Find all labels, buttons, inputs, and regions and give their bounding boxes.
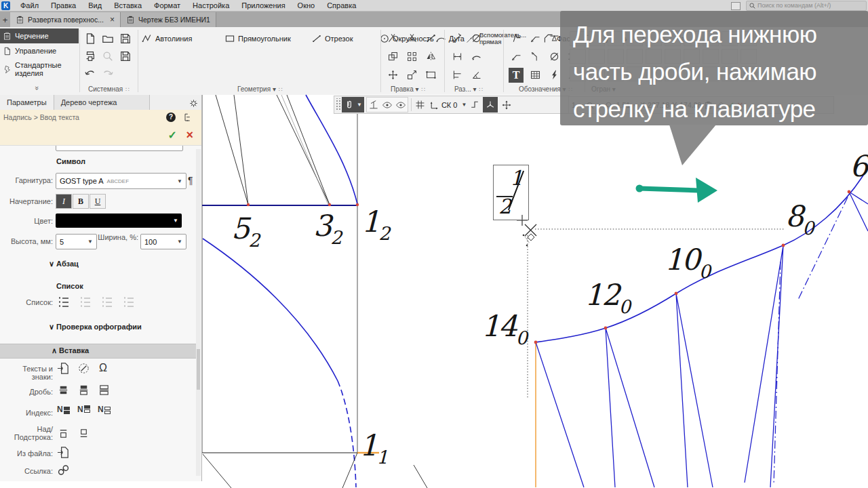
italic-button[interactable]: I (56, 194, 72, 209)
autoline-button[interactable]: Автолиния (140, 29, 223, 47)
new-doc-button[interactable] (81, 30, 99, 47)
tree-structure-icon[interactable] (183, 113, 193, 123)
extend-button[interactable] (402, 29, 421, 47)
print-button[interactable] (81, 47, 99, 65)
deform-button[interactable] (421, 66, 440, 84)
cancel-button[interactable]: × (186, 128, 193, 142)
link-button[interactable] (57, 464, 70, 476)
arc-dimension-button[interactable] (467, 47, 486, 66)
menu-item[interactable]: Справка (321, 0, 362, 11)
overline-button[interactable] (57, 427, 70, 440)
trim-button[interactable] (383, 29, 402, 47)
command-search-input[interactable]: Поиск по командам (Alt+/) (746, 1, 867, 11)
snap-settings-button[interactable]: ▼ (342, 97, 364, 113)
roughness-button[interactable] (507, 29, 526, 47)
rectangle-button[interactable]: Прямоугольник (223, 29, 310, 47)
leader-button[interactable] (526, 29, 545, 47)
color-swatch-select[interactable]: ▼ (56, 214, 182, 228)
angle-snap-button[interactable] (483, 97, 498, 113)
rounding-icon[interactable] (501, 100, 512, 110)
ortho-mode-icon[interactable] (469, 100, 480, 110)
index-sub-button[interactable]: N (57, 405, 70, 414)
list-variant-button[interactable] (100, 296, 114, 309)
new-tab-button[interactable]: + (0, 13, 10, 27)
font-select[interactable]: GOST type A ABCDEF ▼ (56, 173, 186, 189)
list-variant-button[interactable] (79, 296, 92, 309)
mirror-button[interactable] (421, 47, 440, 66)
menu-item[interactable]: Вставка (108, 0, 148, 11)
management-icon (3, 47, 12, 56)
scale-button[interactable] (402, 66, 421, 84)
help-icon[interactable]: ? (166, 113, 176, 122)
nav-collapse-icon[interactable]: » (33, 86, 41, 90)
copy-button[interactable] (383, 47, 402, 66)
underline-button[interactable]: U (90, 194, 106, 209)
linear-dimension-button[interactable] (448, 47, 467, 66)
bold-button[interactable]: B (73, 194, 89, 209)
panel-gear-button[interactable] (189, 95, 199, 110)
chevron-down-icon[interactable]: ▼ (461, 102, 467, 108)
tab-parameters[interactable]: Параметры (0, 95, 54, 110)
auto-dimension-button[interactable] (448, 29, 467, 47)
rotate-view-icon[interactable] (395, 100, 406, 110)
open-button[interactable] (99, 30, 117, 47)
fraction-full-button[interactable] (98, 384, 111, 396)
apply-button[interactable]: ✓ (168, 129, 177, 142)
tab-chertezh[interactable]: Чертеж БЕЗ ИМЕНИ1 (121, 12, 216, 27)
visibility-icon[interactable] (382, 100, 393, 110)
list-variant-button[interactable] (122, 296, 136, 309)
drawing-canvas[interactable] (201, 95, 868, 488)
move-button[interactable] (383, 66, 402, 84)
menu-item[interactable]: Приложения (235, 0, 291, 11)
insert-section-bar[interactable] (0, 344, 197, 359)
menu-item[interactable]: Файл (14, 0, 45, 11)
special-sign-button[interactable] (77, 362, 90, 375)
redo-button[interactable] (99, 65, 117, 83)
segment-button[interactable]: Отрезок (310, 29, 378, 47)
coordinate-system-value[interactable]: СК 0 (441, 101, 458, 109)
align-text-button[interactable] (526, 47, 545, 66)
index-sup-button[interactable]: N (77, 405, 90, 414)
perpendicular-snap-icon[interactable] (368, 100, 379, 110)
panel-scrollbar[interactable] (196, 149, 201, 476)
angle-dimension-button[interactable] (467, 66, 486, 84)
fraction-medium-button[interactable] (77, 384, 90, 396)
insert-text-button[interactable] (57, 362, 70, 375)
break-button[interactable] (421, 29, 440, 47)
save-button[interactable] (117, 30, 134, 47)
from-file-button[interactable] (57, 446, 70, 459)
window-icon[interactable] (731, 2, 741, 10)
paragraph-section-header[interactable]: ∨ Абзац (49, 260, 79, 268)
width-select[interactable]: 100▼ (140, 234, 186, 249)
menu-item[interactable]: Настройка (186, 0, 235, 11)
tab-razvertka[interactable]: Развертка поверхнос... × (10, 12, 121, 27)
menu-item[interactable]: Формат (148, 0, 186, 11)
grid-toggle-icon[interactable] (414, 99, 426, 110)
menu-item[interactable]: Вид (82, 0, 108, 11)
underline-string-button[interactable] (77, 427, 90, 440)
leader-text-button[interactable] (507, 47, 526, 66)
toolbar-drag-handle[interactable] (335, 98, 342, 111)
numbered-list-button[interactable] (57, 296, 71, 309)
tab-drawing-tree[interactable]: Дерево чертежа (54, 95, 150, 110)
spellcheck-section-header[interactable]: ∨ Проверка орфографии (49, 323, 142, 331)
symbol-omega-button[interactable]: Ω (99, 362, 107, 374)
menu-item[interactable]: Окно (292, 0, 321, 11)
text-tool-button[interactable]: T (507, 66, 526, 84)
nav-standard-parts[interactable]: Стандартные изделия (0, 58, 79, 80)
nav-cherchenie[interactable]: Черчение (0, 28, 79, 43)
table-button[interactable] (526, 66, 545, 84)
save-as-button[interactable] (117, 47, 134, 65)
fraction-text-frame[interactable]: 1 2 (493, 165, 529, 220)
undo-button[interactable] (81, 65, 99, 83)
pilcrow-button[interactable]: ¶ (188, 175, 193, 186)
fraction-small-button[interactable] (57, 384, 70, 396)
nav-upravlenie[interactable]: Управление (0, 43, 79, 58)
index-both-button[interactable]: N (98, 405, 111, 414)
diameter-dimension-button[interactable] (467, 29, 486, 47)
menu-item[interactable]: Правка (45, 0, 82, 11)
preview-button[interactable] (99, 47, 117, 65)
tab-close-icon[interactable]: × (110, 15, 115, 24)
array-button[interactable] (402, 47, 421, 66)
baseline-dimension-button[interactable] (448, 66, 467, 84)
